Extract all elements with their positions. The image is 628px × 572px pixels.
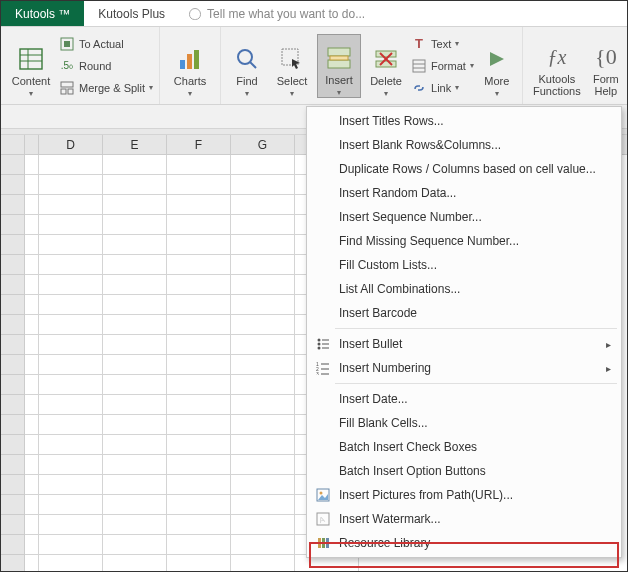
cell[interactable] [167,215,231,235]
row-header[interactable] [1,315,25,335]
menu-item-insert-numbering[interactable]: 123Insert Numbering▸ [307,356,621,380]
row-header[interactable] [1,295,25,315]
cell[interactable] [167,555,231,572]
select-button[interactable]: Select ▾ [271,34,313,98]
cell[interactable] [39,375,103,395]
cell[interactable] [39,275,103,295]
menu-item-insert-barcode[interactable]: Insert Barcode [307,301,621,325]
col-header-F[interactable]: F [167,135,231,154]
cell[interactable] [39,455,103,475]
row-header[interactable] [1,535,25,555]
row-header[interactable] [1,335,25,355]
menu-item-find-missing-sequence-number[interactable]: Find Missing Sequence Number... [307,229,621,253]
cell[interactable] [167,455,231,475]
menu-item-list-all-combinations[interactable]: List All Combinations... [307,277,621,301]
row-header[interactable] [1,515,25,535]
cell[interactable] [39,295,103,315]
cell[interactable] [167,315,231,335]
cell[interactable] [39,255,103,275]
cell[interactable] [231,275,295,295]
cell[interactable] [231,375,295,395]
cell[interactable] [103,395,167,415]
cell[interactable] [39,215,103,235]
select-all-corner[interactable] [1,135,25,154]
cell[interactable] [103,315,167,335]
text-button[interactable]: T Text▾ [411,34,474,54]
menu-item-fill-custom-lists[interactable]: Fill Custom Lists... [307,253,621,277]
cell[interactable] [39,535,103,555]
tab-kutools[interactable]: Kutools ™ [1,1,84,26]
cell[interactable] [39,415,103,435]
cell[interactable] [103,255,167,275]
charts-button[interactable]: Charts ▾ [166,34,214,98]
cell[interactable] [103,475,167,495]
cell[interactable] [167,515,231,535]
delete-button[interactable]: Delete ▾ [365,34,407,98]
cell[interactable] [231,215,295,235]
row-header[interactable] [1,355,25,375]
cell[interactable] [39,515,103,535]
cell[interactable] [231,395,295,415]
cell[interactable] [231,475,295,495]
menu-item-insert-sequence-number[interactable]: Insert Sequence Number... [307,205,621,229]
cell[interactable] [231,495,295,515]
cell[interactable] [103,375,167,395]
cell[interactable] [39,235,103,255]
cell[interactable] [103,455,167,475]
col-header-E[interactable]: E [103,135,167,154]
cell[interactable] [231,235,295,255]
cell[interactable] [103,515,167,535]
format-button[interactable]: Format▾ [411,56,474,76]
row-header[interactable] [1,435,25,455]
cell[interactable] [231,555,295,572]
cell[interactable] [167,295,231,315]
menu-item-insert-watermark[interactable]: AInsert Watermark... [307,507,621,531]
find-button[interactable]: Find ▾ [227,34,267,98]
row-header[interactable] [1,155,25,175]
formula-helper-button[interactable]: {0 Form Help [589,34,623,98]
menu-item-fill-blank-cells[interactable]: Fill Blank Cells... [307,411,621,435]
row-header[interactable] [1,415,25,435]
cell[interactable] [231,355,295,375]
cell[interactable] [39,395,103,415]
to-actual-button[interactable]: To Actual [59,34,153,54]
cell[interactable] [39,495,103,515]
cell[interactable] [39,435,103,455]
tell-me-search[interactable]: Tell me what you want to do... [179,7,365,21]
cell[interactable] [231,535,295,555]
cell[interactable] [167,395,231,415]
cell[interactable] [167,195,231,215]
cell[interactable] [103,155,167,175]
menu-item-duplicate-rows-columns-based-on-cell-value[interactable]: Duplicate Rows / Columns based on cell v… [307,157,621,181]
cell[interactable] [167,355,231,375]
cell[interactable] [231,515,295,535]
menu-item-batch-insert-option-buttons[interactable]: Batch Insert Option Buttons [307,459,621,483]
link-button[interactable]: Link▾ [411,78,474,98]
row-header[interactable] [1,375,25,395]
cell[interactable] [103,435,167,455]
cell[interactable] [103,295,167,315]
cell[interactable] [167,435,231,455]
row-header[interactable] [1,495,25,515]
menu-item-insert-pictures-from-path-url[interactable]: Insert Pictures from Path(URL)... [307,483,621,507]
cell[interactable] [167,255,231,275]
cell[interactable] [231,455,295,475]
cell[interactable] [103,415,167,435]
kutools-functions-button[interactable]: ƒx Kutools Functions [529,34,585,98]
cell[interactable] [103,555,167,572]
cell[interactable] [231,335,295,355]
cell[interactable] [167,495,231,515]
merge-split-button[interactable]: Merge & Split ▾ [59,78,153,98]
cell[interactable] [39,355,103,375]
col-header-D[interactable]: D [39,135,103,154]
col-header-partial[interactable] [25,135,39,154]
tab-kutools-plus[interactable]: Kutools Plus [84,1,179,26]
cell[interactable] [103,355,167,375]
cell[interactable] [39,315,103,335]
cell[interactable] [39,195,103,215]
row-header[interactable] [1,455,25,475]
cell[interactable] [231,175,295,195]
cell[interactable] [167,275,231,295]
menu-item-insert-titles-rows[interactable]: Insert Titles Rows... [307,109,621,133]
cell[interactable] [167,235,231,255]
